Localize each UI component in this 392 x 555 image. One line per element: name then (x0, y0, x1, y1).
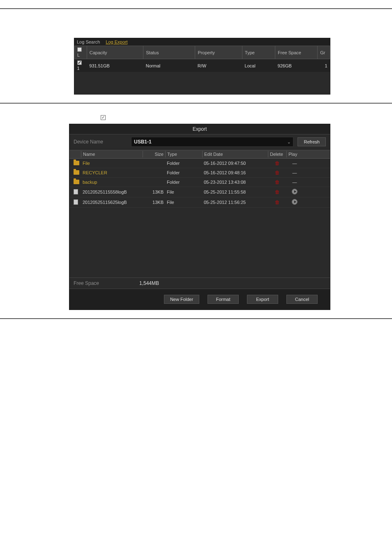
file-list-empty-area (69, 208, 330, 278)
header-status: Status (143, 46, 195, 59)
file-name: backup (81, 179, 143, 185)
file-row[interactable]: 20120525115558logB 13KB File 05-25-2012 … (69, 187, 330, 197)
row-checkbox-icon[interactable] (77, 60, 82, 65)
file-row[interactable]: backup Folder 05-23-2012 13:43:08 🗑 — (69, 178, 330, 187)
device-select-row: Device Name USB1-1 ⌄ Refresh (69, 134, 330, 150)
device-select[interactable]: USB1-1 ⌄ (131, 137, 293, 147)
play-icon[interactable] (286, 188, 303, 196)
row-status: Normal (143, 59, 195, 72)
header-type: Type (242, 46, 275, 59)
bottom-divider (0, 318, 392, 319)
export-button[interactable]: Export (247, 295, 278, 304)
play-icon[interactable] (286, 198, 303, 206)
file-date: 05-16-2012 09:48:16 (202, 169, 268, 176)
file-date: 05-16-2012 09:47:50 (202, 160, 268, 166)
delete-icon[interactable]: 🗑 (268, 178, 286, 186)
free-space-label: Free Space (74, 280, 139, 286)
file-type: Folder (165, 169, 202, 176)
file-name: RECYCLER (81, 169, 143, 176)
free-space-value: 1,544MB (139, 280, 159, 286)
file-date: 05-25-2012 11:55:58 (202, 189, 268, 195)
header-property: Property (195, 46, 242, 59)
play-cell: — (286, 160, 303, 166)
file-row[interactable]: File Folder 05-16-2012 09:47:50 🗑 — (69, 159, 330, 168)
checkbox-row (101, 115, 330, 121)
header-delete: Delete (268, 151, 286, 157)
header-gr: Gr (318, 46, 330, 59)
checkbox-icon (77, 47, 82, 52)
refresh-button[interactable]: Refresh (297, 137, 326, 146)
file-size (143, 172, 165, 173)
play-cell: — (286, 169, 303, 176)
file-list-header: Name Size Type Edit Date Delete Play (69, 150, 330, 159)
mid-divider (0, 103, 392, 104)
header-size: Size (143, 151, 165, 157)
top-divider (0, 8, 392, 9)
device-name-label: Device Name (74, 139, 127, 145)
file-name: 20120525115625logB (81, 199, 143, 206)
device-header-row: L Capacity Status Property Type Free Spa… (75, 46, 330, 59)
file-date: 05-25-2012 11:56:25 (202, 199, 268, 206)
file-size (143, 181, 165, 183)
row-capacity: 931.51GB (87, 59, 143, 72)
row-free: 926GB (275, 59, 318, 72)
file-type: Folder (165, 179, 202, 185)
tab-log-search[interactable]: Log Search (77, 39, 100, 44)
row-gr: 1 (318, 59, 330, 72)
header-name: Name (81, 151, 143, 157)
file-icon (72, 188, 81, 196)
file-size: 13KB (143, 199, 165, 206)
header-edit-date: Edit Date (202, 151, 268, 157)
file-size (143, 162, 165, 164)
file-type: File (165, 199, 202, 206)
device-select-value: USB1-1 (134, 139, 152, 145)
header-play: Play (286, 151, 303, 157)
row-type: Local (242, 59, 275, 72)
dialog-title: Export (69, 124, 330, 134)
play-cell: — (286, 179, 303, 185)
file-name: 20120525115558logB (81, 189, 143, 195)
device-table: L Capacity Status Property Type Free Spa… (74, 46, 330, 72)
free-space-row: Free Space 1,544MB (69, 278, 330, 289)
file-row[interactable]: 20120525115625logB 13KB File 05-25-2012 … (69, 197, 330, 208)
checkbox-icon[interactable] (101, 115, 106, 120)
folder-icon (72, 179, 81, 186)
folder-icon (72, 169, 81, 176)
button-row: New Folder Format Export Cancel (69, 289, 330, 310)
file-date: 05-23-2012 13:43:08 (202, 179, 268, 185)
folder-icon (72, 160, 81, 167)
file-type: File (165, 189, 202, 195)
log-export-panel: Log Search Log Export L Capacity Status … (74, 38, 330, 95)
header-icon (72, 153, 81, 155)
row-property: R/W (195, 59, 242, 72)
format-button[interactable]: Format (208, 295, 239, 304)
file-size: 13KB (143, 189, 165, 195)
header-free-space: Free Space (275, 46, 318, 59)
cancel-button[interactable]: Cancel (286, 295, 318, 304)
file-name: File (81, 160, 143, 166)
tab-bar: Log Search Log Export (74, 38, 330, 46)
header-capacity: Capacity (87, 46, 143, 59)
delete-icon[interactable]: 🗑 (268, 169, 286, 176)
select-all-header[interactable]: L (75, 46, 87, 59)
empty-area (74, 72, 330, 94)
header-type: Type (165, 151, 202, 157)
file-icon (72, 199, 81, 206)
file-type: Folder (165, 160, 202, 166)
chevron-down-icon: ⌄ (287, 140, 291, 144)
device-row[interactable]: 1 931.51GB Normal R/W Local 926GB 1 (75, 59, 330, 72)
delete-icon[interactable]: 🗑 (268, 199, 286, 206)
row-index: 1 (77, 66, 80, 71)
delete-icon[interactable]: 🗑 (268, 160, 286, 167)
new-folder-button[interactable]: New Folder (164, 295, 199, 304)
file-row[interactable]: RECYCLER Folder 05-16-2012 09:48:16 🗑 — (69, 168, 330, 178)
tab-log-export[interactable]: Log Export (106, 39, 127, 44)
export-dialog: Export Device Name USB1-1 ⌄ Refresh Name… (69, 124, 330, 310)
file-list: Name Size Type Edit Date Delete Play Fil… (69, 150, 330, 278)
delete-icon[interactable]: 🗑 (268, 188, 286, 196)
